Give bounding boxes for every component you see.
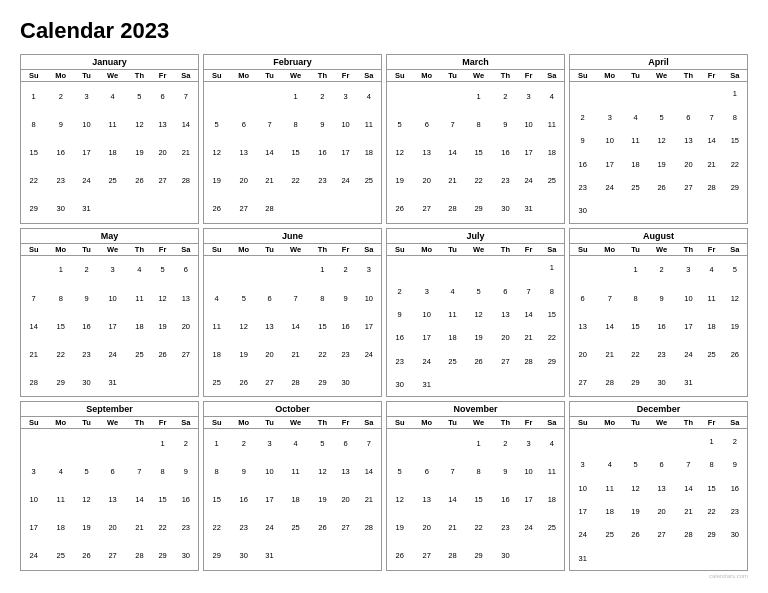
- day-cell: 12: [152, 284, 174, 312]
- day-cell: 26: [204, 195, 229, 223]
- day-cell: [676, 547, 700, 570]
- day-header: Tu: [258, 244, 281, 256]
- day-cell: 8: [464, 458, 493, 486]
- day-cell: 19: [723, 312, 747, 340]
- day-cell: [174, 195, 198, 223]
- day-cell: 10: [676, 284, 700, 312]
- day-cell: 13: [258, 312, 281, 340]
- day-cell: 4: [127, 255, 151, 284]
- day-header: Su: [204, 244, 229, 256]
- day-cell: 30: [229, 542, 258, 570]
- day-cell: 8: [701, 453, 723, 476]
- day-cell: [570, 429, 595, 453]
- calendars-grid: JanuarySuMoTuWeThFrSa1234567891011121314…: [20, 54, 748, 571]
- day-cell: 21: [21, 340, 46, 368]
- day-cell: 6: [152, 82, 174, 111]
- day-cell: [441, 373, 464, 396]
- day-cell: 31: [75, 195, 98, 223]
- day-cell: 2: [493, 429, 517, 458]
- day-cell: 5: [310, 429, 334, 458]
- day-cell: 18: [98, 139, 127, 167]
- day-header: Mo: [412, 244, 441, 256]
- day-header: Th: [493, 417, 517, 429]
- day-cell: 30: [46, 195, 75, 223]
- day-cell: 2: [46, 82, 75, 111]
- day-cell: 2: [310, 82, 334, 111]
- day-cell: 22: [46, 340, 75, 368]
- day-cell: 12: [310, 458, 334, 486]
- day-cell: 26: [464, 350, 493, 373]
- day-cell: 9: [335, 284, 357, 312]
- day-header: Fr: [701, 70, 723, 82]
- day-cell: [464, 373, 493, 396]
- day-cell: 23: [174, 514, 198, 542]
- day-cell: 29: [701, 523, 723, 546]
- day-cell: 3: [570, 453, 595, 476]
- day-cell: 1: [624, 255, 647, 284]
- day-cell: [624, 199, 647, 222]
- day-header: Su: [570, 244, 595, 256]
- day-cell: 14: [676, 477, 700, 500]
- day-cell: 30: [647, 368, 676, 396]
- day-cell: 11: [281, 458, 310, 486]
- day-cell: [229, 82, 258, 111]
- day-cell: [281, 255, 310, 284]
- day-cell: 21: [127, 514, 151, 542]
- day-header: Mo: [229, 70, 258, 82]
- month-table: SuMoTuWeThFrSa12345678910111213141516171…: [387, 417, 564, 570]
- day-cell: 17: [518, 486, 540, 514]
- day-cell: [493, 373, 517, 396]
- day-cell: 15: [723, 129, 747, 152]
- day-cell: 25: [624, 176, 647, 199]
- day-cell: 19: [387, 514, 412, 542]
- day-cell: 16: [229, 486, 258, 514]
- day-cell: 7: [281, 284, 310, 312]
- day-cell: 27: [335, 514, 357, 542]
- day-cell: 30: [493, 542, 517, 570]
- day-cell: 11: [540, 458, 564, 486]
- day-cell: 29: [464, 195, 493, 223]
- day-cell: [595, 199, 624, 222]
- day-cell: [21, 429, 46, 458]
- day-cell: 22: [21, 167, 46, 195]
- day-cell: 28: [676, 523, 700, 546]
- day-cell: 25: [281, 514, 310, 542]
- day-header: Sa: [723, 417, 747, 429]
- day-cell: [647, 547, 676, 570]
- day-cell: 17: [412, 326, 441, 349]
- day-cell: 22: [204, 514, 229, 542]
- day-cell: [335, 195, 357, 223]
- day-cell: 16: [387, 326, 412, 349]
- month-table: SuMoTuWeThFrSa12345678910111213141516171…: [204, 244, 381, 397]
- day-cell: 16: [493, 139, 517, 167]
- day-cell: 26: [152, 340, 174, 368]
- day-cell: 31: [412, 373, 441, 396]
- day-cell: [412, 82, 441, 111]
- month-table: SuMoTuWeThFrSa12345678910111213141516171…: [21, 417, 198, 570]
- day-header: Sa: [357, 244, 381, 256]
- day-cell: 27: [676, 176, 700, 199]
- day-cell: 7: [174, 82, 198, 111]
- day-header: Th: [676, 70, 700, 82]
- day-cell: 19: [75, 514, 98, 542]
- day-cell: 9: [46, 111, 75, 139]
- day-cell: 7: [127, 458, 151, 486]
- day-header: We: [647, 244, 676, 256]
- day-cell: 7: [258, 111, 281, 139]
- day-cell: 4: [357, 82, 381, 111]
- day-cell: [127, 195, 151, 223]
- day-cell: 26: [624, 523, 647, 546]
- day-header: Mo: [595, 70, 624, 82]
- day-cell: 8: [310, 284, 334, 312]
- day-cell: 30: [387, 373, 412, 396]
- day-header: Su: [21, 244, 46, 256]
- day-cell: 28: [174, 167, 198, 195]
- day-cell: 8: [723, 106, 747, 129]
- day-cell: 5: [624, 453, 647, 476]
- day-cell: 18: [540, 486, 564, 514]
- day-header: We: [98, 70, 127, 82]
- day-cell: 25: [441, 350, 464, 373]
- day-cell: 21: [595, 340, 624, 368]
- day-cell: 26: [647, 176, 676, 199]
- day-cell: 28: [701, 176, 723, 199]
